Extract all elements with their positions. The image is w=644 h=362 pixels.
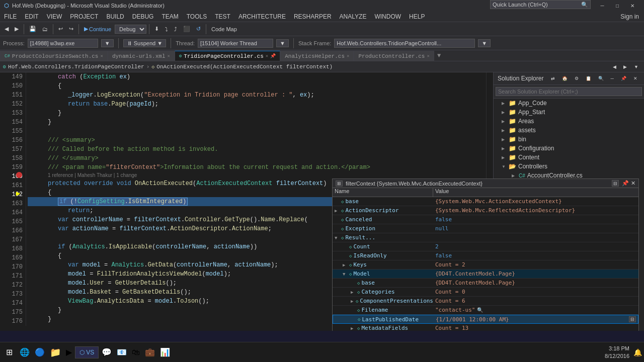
tab-close-5[interactable]: ✕	[427, 53, 429, 59]
stop-btn[interactable]: ⬛	[181, 24, 193, 34]
search-icon-filename[interactable]: 🔍	[477, 307, 483, 313]
tab-close-3[interactable]: ✕	[266, 53, 268, 59]
debug-popup-close[interactable]: ✕	[631, 180, 635, 187]
tab-dynamic-urls[interactable]: dynamic-urls.xml ✕	[108, 51, 175, 61]
debug-row-base[interactable]: ◇base {System.Web.Mvc.ActionExecutedCont…	[333, 197, 638, 206]
taskbar-skype[interactable]: 💬	[100, 345, 114, 359]
menu-item-window[interactable]: WINDOW	[370, 11, 405, 22]
tab-close-1[interactable]: ✕	[100, 53, 103, 59]
taskbar-outlook[interactable]: 📧	[115, 345, 129, 359]
thread-input[interactable]	[198, 39, 273, 48]
menu-item-debug[interactable]: DEBUG	[128, 11, 158, 22]
taskbar-teams[interactable]: 💼	[143, 345, 157, 359]
menu-item-project[interactable]: PROJECT	[66, 11, 102, 22]
tree-item-app-code[interactable]: ▶ 📁 App_Code	[494, 99, 644, 108]
debug-row-last-published[interactable]: ◇LastPublishedDate {1/1/0001 12:00:00 AM…	[333, 315, 638, 324]
menu-item-test[interactable]: TEST	[211, 11, 234, 22]
suspend-btn[interactable]: ⏸ Suspend ▼	[123, 39, 166, 47]
step-into-btn[interactable]: ⤵	[163, 25, 171, 34]
close-btn[interactable]: ✕	[625, 0, 640, 11]
stack-frame-input[interactable]	[334, 39, 475, 48]
tree-item-app-start[interactable]: ▶ 📁 App_Start	[494, 108, 644, 117]
tab-tridion-controller[interactable]: ⚙ TridionPageController.cs ✕ 📌	[175, 51, 280, 61]
redo-btn[interactable]: ↪	[66, 24, 76, 34]
start-btn[interactable]: ⊞	[2, 345, 17, 359]
debug-row-keys[interactable]: ▶◇Keys Count = 2	[333, 260, 638, 269]
debug-popup-expand2[interactable]: ⊟	[612, 180, 619, 187]
debug-row-isreadonly[interactable]: ◇IsReadOnly false	[333, 251, 638, 260]
tab-pin-3[interactable]: 📌	[270, 53, 276, 59]
menu-item-resharper[interactable]: RESHARPER	[290, 11, 336, 22]
addr-back-btn[interactable]: ◀	[610, 63, 619, 71]
se-btn-3[interactable]: ⚙	[572, 74, 581, 82]
continue-btn[interactable]: ▶ Continue	[82, 24, 114, 34]
save-btn[interactable]: 💾	[27, 24, 39, 34]
menu-item-tools[interactable]: TOOLS	[183, 11, 211, 22]
menu-item-help[interactable]: HELP	[405, 11, 429, 22]
debug-expand-btn[interactable]: ⊞	[336, 180, 343, 187]
menu-item-analyze[interactable]: ANALYZE	[336, 11, 371, 22]
addr-collapse-btn[interactable]: ▼	[631, 63, 641, 71]
se-btn-5[interactable]: 🔍	[596, 74, 606, 82]
menu-item-build[interactable]: BUILD	[102, 11, 128, 22]
debug-row-exception[interactable]: ◇Exception null	[333, 224, 638, 233]
taskbar-ie[interactable]: 🌐	[18, 345, 32, 359]
search-box[interactable]: Quick Launch (Ctrl+Q) 🔍	[490, 0, 591, 9]
menu-item-file[interactable]: FILE	[0, 11, 21, 22]
tree-item-configuration[interactable]: ▶ 📁 Configuration	[494, 144, 644, 153]
taskbar-store[interactable]: 🛍	[130, 346, 142, 359]
save-all-btn[interactable]: 🗂	[40, 25, 50, 34]
debug-row-canceled[interactable]: ◇Canceled false	[333, 215, 638, 224]
tree-item-bin[interactable]: ▶ 📁 bin	[494, 135, 644, 144]
taskbar-explorer[interactable]: 📁	[48, 345, 63, 360]
se-btn-1[interactable]: ⇄	[548, 74, 557, 82]
process-input[interactable]	[28, 39, 98, 48]
debug-row-model[interactable]: ▼◇Model {DD4T.ContentModel.Page}	[333, 269, 638, 279]
maximize-btn[interactable]: □	[610, 0, 625, 11]
tab-analytics-helper[interactable]: AnalyticsHelper.cs ✕	[280, 51, 354, 61]
forward-btn[interactable]: ▶	[12, 24, 21, 34]
tree-item-assets[interactable]: ▶ 📁 assets	[494, 126, 644, 135]
se-pin-btn[interactable]: 📌	[618, 74, 629, 82]
tree-item-controllers[interactable]: ▼ 📂 Controllers	[494, 162, 644, 171]
menu-item-architecture[interactable]: ARCHITECTURE	[234, 11, 290, 22]
tab-close-4[interactable]: ✕	[347, 53, 349, 59]
notification-btn[interactable]: 🔔	[633, 348, 642, 356]
tab-product-colour[interactable]: C# ProductColourSizeSwacth.cs ✕	[0, 51, 108, 61]
debug-popup-pin[interactable]: 📌	[622, 180, 629, 187]
tab-product-controller[interactable]: ProductController.cs ✕	[354, 51, 434, 61]
debug-row-count[interactable]: ◇Count 2	[333, 242, 638, 251]
se-collapse-btn[interactable]: ─	[608, 74, 616, 82]
menu-item-edit[interactable]: EDIT	[21, 11, 42, 22]
tree-item-content[interactable]: ▶ 📁 Content	[494, 153, 644, 162]
undo-btn[interactable]: ↩	[56, 24, 65, 34]
addr-fwd-btn[interactable]: ▶	[621, 63, 629, 71]
code-map-btn[interactable]: Code Map	[209, 25, 239, 34]
taskbar-media[interactable]: ▶	[64, 345, 74, 359]
taskbar-excel[interactable]: 📊	[158, 345, 172, 359]
se-search-input[interactable]	[496, 87, 642, 96]
filter-stack-btn[interactable]: ▼	[478, 39, 491, 47]
step-over-btn[interactable]: ⬇	[152, 24, 162, 34]
tab-close-2[interactable]: ✕	[168, 53, 170, 59]
tab-overflow-btn[interactable]: ▼	[434, 51, 444, 61]
se-btn-2[interactable]: 🏠	[559, 74, 570, 82]
debug-row-categories[interactable]: ▶◇Categories Count = 0	[333, 288, 638, 297]
tree-item-areas[interactable]: ▶ 📁 Areas	[494, 117, 644, 126]
taskbar-edge[interactable]: 🔵	[33, 345, 47, 359]
debug-row-model-base[interactable]: ◇base {DD4T.ContentModel.Page}	[333, 279, 638, 288]
debug-row-result-header[interactable]: ▼◇Result...	[333, 233, 638, 242]
menu-item-view[interactable]: VIEW	[43, 11, 66, 22]
restart-btn[interactable]: ↺	[194, 24, 203, 34]
debug-config-select[interactable]: Debug	[115, 25, 146, 34]
taskbar-vs[interactable]: ⬡ VS	[75, 346, 99, 358]
expand-last-published-btn[interactable]: ⊟	[629, 316, 636, 322]
sign-in[interactable]: Sign in	[615, 13, 644, 20]
debug-row-action-descriptor[interactable]: ▶◇ActionDescriptor {System.Web.Mvc.Refle…	[333, 206, 638, 215]
debug-row-component-presentations[interactable]: ▶◇ComponentPresentations Count = 6	[333, 297, 638, 306]
se-btn-4[interactable]: 📋	[583, 74, 594, 82]
minimize-btn[interactable]: ─	[595, 0, 610, 11]
filter-process-btn[interactable]: ▼	[101, 39, 114, 47]
filter-thread-btn[interactable]: ▼	[276, 39, 289, 47]
step-out-btn[interactable]: ⤴	[172, 25, 180, 34]
